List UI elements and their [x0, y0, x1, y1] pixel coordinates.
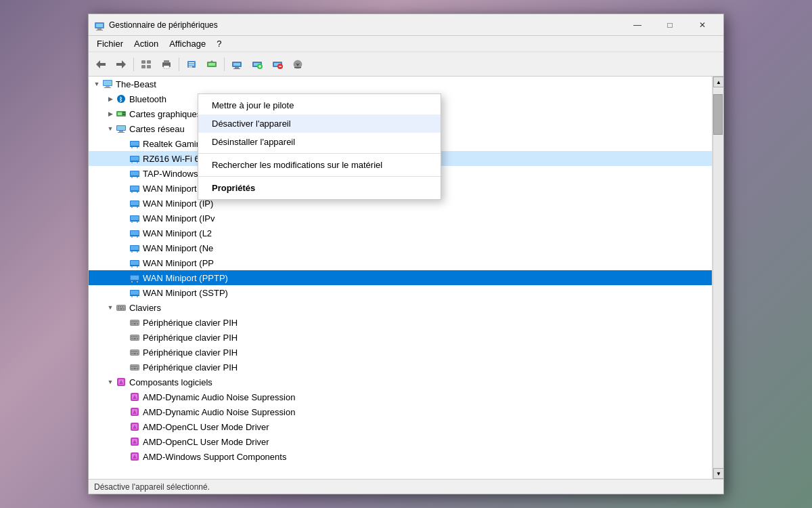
- tree-icon-clavier4: [129, 362, 140, 373]
- device-manager-window: Gestionnaire de périphériques — □ ✕ Fich…: [88, 14, 724, 494]
- expand-btn-clavier2[interactable]: [118, 332, 129, 343]
- menu-action[interactable]: Action: [129, 37, 164, 50]
- expand-btn-wan-pptp[interactable]: [118, 272, 129, 283]
- scrollbar-thumb[interactable]: [713, 94, 723, 135]
- menu-affichage[interactable]: Affichage: [164, 37, 211, 50]
- tree-item-wan-sstp[interactable]: WAN Miniport (SSTP): [89, 285, 712, 300]
- svg-rect-111: [124, 306, 125, 308]
- svg-rect-102: [131, 291, 139, 295]
- svg-rect-28: [259, 65, 260, 68]
- svg-rect-1: [96, 24, 103, 27]
- menu-fichier[interactable]: Fichier: [91, 37, 129, 50]
- expand-btn-clavier3[interactable]: [118, 347, 129, 358]
- scan-button[interactable]: [202, 55, 221, 74]
- tree-item-amd-noise2[interactable]: AMD-Dynamic Audio Noise Supression: [89, 404, 712, 419]
- print-button[interactable]: [157, 55, 176, 74]
- expand-btn-realtek[interactable]: [118, 138, 129, 149]
- svg-rect-60: [137, 162, 138, 163]
- expand-btn-amd-opencl1[interactable]: [118, 421, 129, 432]
- context-menu-item-disable-device[interactable]: Désactiver l'appareil: [198, 114, 441, 133]
- svg-rect-78: [130, 221, 139, 221]
- tree-item-clavier1[interactable]: Périphérique clavier PIH: [89, 315, 712, 330]
- forward-button[interactable]: [112, 55, 131, 74]
- tree-item-amd-opencl2[interactable]: AMD-OpenCL User Mode Driver: [89, 434, 712, 449]
- remove-icon: [272, 60, 283, 69]
- properties-button[interactable]: [182, 55, 201, 74]
- expand-btn-wan-pp[interactable]: [118, 257, 129, 268]
- svg-rect-36: [294, 67, 301, 68]
- view-button[interactable]: [137, 55, 156, 74]
- context-menu-item-update-driver[interactable]: Mettre à jour le pilote: [198, 96, 441, 114]
- minimize-button[interactable]: —: [622, 14, 653, 36]
- svg-rect-148: [131, 368, 133, 369]
- download-button[interactable]: [288, 55, 307, 74]
- svg-rect-35: [296, 61, 299, 64]
- tree-item-wan-pp[interactable]: WAN Miniport (PP: [89, 255, 712, 270]
- network-button[interactable]: [227, 55, 246, 74]
- tree-label-clavier3: Périphérique clavier PIH: [143, 347, 238, 358]
- tree-icon-realtek: [129, 138, 140, 149]
- expand-btn-composants-logiciels[interactable]: ▼: [105, 377, 116, 387]
- expand-btn-clavier4[interactable]: [118, 362, 129, 373]
- tree-item-wan-l2[interactable]: WAN Miniport (L2: [89, 226, 712, 240]
- tree-label-amd-windows: AMD-Windows Support Components: [143, 452, 286, 462]
- tree-item-wan-ipv[interactable]: WAN Miniport (IPv: [89, 211, 712, 226]
- window-icon: [94, 20, 105, 30]
- expand-btn-wan-ike[interactable]: [118, 183, 129, 194]
- maximize-button[interactable]: □: [654, 14, 685, 36]
- expand-btn-amd-opencl2[interactable]: [118, 436, 129, 447]
- tree-item-amd-noise1[interactable]: AMD-Dynamic Audio Noise Supression: [89, 389, 712, 404]
- expand-btn-wan-sstp[interactable]: [118, 287, 129, 298]
- svg-rect-144: [131, 366, 133, 367]
- tree-icon-composants-logiciels: [116, 377, 127, 387]
- tree-item-the-beast[interactable]: ▼ The-Beast: [89, 77, 712, 91]
- svg-rect-2: [97, 28, 102, 30]
- expand-btn-the-beast[interactable]: ▼: [91, 79, 102, 89]
- expand-btn-claviers[interactable]: ▼: [105, 302, 116, 313]
- tree-item-clavier2[interactable]: Périphérique clavier PIH: [89, 330, 712, 345]
- tree-icon-wan-sstp: [129, 287, 140, 298]
- expand-btn-wan-ip[interactable]: [118, 198, 129, 209]
- tree-item-wan-pptp[interactable]: WAN Miniport (PPTP): [89, 270, 712, 285]
- expand-btn-wan-ipv[interactable]: [118, 213, 129, 224]
- context-menu-item-properties[interactable]: Propriétés: [198, 179, 441, 197]
- svg-rect-136: [133, 351, 135, 352]
- expand-btn-tap-windows[interactable]: [118, 168, 129, 179]
- tree-icon-cartes-graphiques: [116, 108, 127, 119]
- tree-item-amd-windows[interactable]: AMD-Windows Support Components: [89, 449, 712, 464]
- tree-item-wan-ne[interactable]: WAN Miniport (Ne: [89, 240, 712, 255]
- close-button[interactable]: ✕: [687, 14, 718, 36]
- expand-btn-clavier1[interactable]: [118, 317, 129, 328]
- scrollbar-track[interactable]: [713, 87, 723, 468]
- tree-item-claviers[interactable]: ▼ Claviers: [89, 300, 712, 315]
- back-button[interactable]: [91, 55, 110, 74]
- tree-item-clavier4[interactable]: Périphérique clavier PIH: [89, 360, 712, 375]
- expand-btn-amd-noise2[interactable]: [118, 406, 129, 417]
- tree-item-amd-opencl1[interactable]: AMD-OpenCL User Mode Driver: [89, 419, 712, 434]
- tree-item-composants-logiciels[interactable]: ▼ Composants logiciels: [89, 375, 712, 389]
- view-icon: [141, 60, 152, 69]
- expand-btn-cartes-graphiques[interactable]: ▶: [105, 108, 116, 119]
- svg-rect-131: [133, 338, 136, 339]
- expand-btn-amd-windows[interactable]: [118, 451, 129, 462]
- scrollbar[interactable]: ▲ ▼: [713, 77, 723, 479]
- add-icon: [252, 60, 263, 69]
- add-button[interactable]: [248, 55, 267, 74]
- tree-icon-amd-noise1: [129, 391, 140, 402]
- scroll-down-button[interactable]: ▼: [713, 468, 723, 479]
- context-menu-item-scan-changes[interactable]: Rechercher les modifications sur le maté…: [198, 156, 441, 174]
- expand-btn-cartes-reseau[interactable]: ▼: [105, 123, 116, 134]
- svg-rect-55: [137, 147, 138, 148]
- expand-btn-wan-l2[interactable]: [118, 228, 129, 238]
- expand-btn-bluetooth[interactable]: ▶: [105, 93, 116, 104]
- expand-btn-wan-ne[interactable]: [118, 242, 129, 253]
- scroll-up-button[interactable]: ▲: [713, 77, 723, 87]
- expand-btn-amd-noise1[interactable]: [118, 391, 129, 402]
- tree-item-clavier3[interactable]: Périphérique clavier PIH: [89, 345, 712, 360]
- context-menu-item-uninstall-device[interactable]: Désinstaller l'appareil: [198, 133, 441, 151]
- menu-help[interactable]: ?: [211, 37, 227, 50]
- remove-button[interactable]: [268, 55, 287, 74]
- svg-rect-123: [137, 323, 138, 324]
- svg-rect-7: [147, 60, 151, 64]
- expand-btn-rz616[interactable]: [118, 153, 129, 164]
